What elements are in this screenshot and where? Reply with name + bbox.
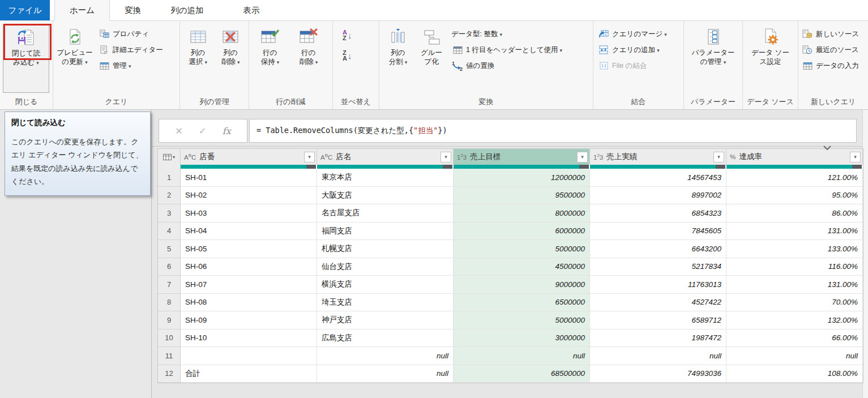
table-cell[interactable]: 5000000 (454, 311, 590, 329)
table-cell[interactable]: 埼玉支店 (317, 294, 454, 312)
row-number[interactable]: 10 (158, 329, 181, 348)
table-cell[interactable]: 4527422 (590, 294, 726, 312)
table-cell[interactable]: null (726, 347, 863, 365)
group-by-button[interactable]: グルー プ化 (415, 24, 448, 66)
table-cell[interactable] (181, 347, 317, 365)
table-cell[interactable]: 131.00% (726, 276, 863, 294)
formula-accept-icon[interactable]: ✓ (199, 126, 206, 136)
table-cell[interactable]: 133.00% (726, 240, 863, 258)
table-cell[interactable]: SH-03 (181, 204, 317, 222)
table-cell[interactable]: 広島支店 (317, 329, 454, 348)
table-cell[interactable]: 8997002 (590, 187, 726, 205)
column-filter-button[interactable] (850, 152, 861, 162)
row-number[interactable]: 12 (158, 365, 181, 383)
table-cell[interactable]: 70.00% (726, 294, 863, 312)
recent-sources-button[interactable]: 最近のソース (801, 42, 859, 58)
row-number[interactable]: 7 (158, 276, 181, 294)
data-source-settings-button[interactable]: データ ソー ス設定 (745, 24, 796, 66)
advanced-editor-button[interactable]: 詳細エディター (98, 42, 163, 58)
row-number[interactable]: 11 (158, 347, 181, 365)
table-cell[interactable]: 6500000 (454, 294, 590, 312)
table-cell[interactable]: 11763013 (590, 276, 726, 294)
table-cell[interactable]: 14567453 (590, 169, 726, 187)
table-cell[interactable]: 仙台支店 (317, 258, 454, 276)
table-cell[interactable]: 札幌支店 (317, 240, 454, 258)
table-cell[interactable]: 12000000 (454, 169, 590, 187)
table-select-all-button[interactable]: ▾ (158, 149, 181, 165)
row-number[interactable]: 8 (158, 294, 181, 312)
manage-parameters-button[interactable]: パラメーター の管理 (686, 24, 741, 67)
table-cell[interactable]: SH-10 (181, 329, 317, 348)
table-cell[interactable]: 4500000 (454, 258, 590, 276)
table-cell[interactable]: 6854323 (590, 204, 726, 222)
table-cell[interactable]: 108.00% (726, 365, 863, 383)
table-cell[interactable]: 神戸支店 (317, 311, 454, 329)
table-cell[interactable]: 74993036 (590, 365, 726, 383)
table-cell[interactable]: 名古屋支店 (317, 204, 454, 222)
sort-ascending-button[interactable]: A Z ↓ (343, 25, 352, 45)
formula-cancel-icon[interactable]: ✕ (175, 126, 182, 136)
row-number[interactable]: 4 (158, 222, 181, 241)
column-header-3[interactable]: 123売上目標 (454, 149, 590, 165)
table-cell[interactable]: 横浜支店 (317, 276, 454, 294)
table-cell[interactable]: 6589712 (590, 311, 726, 329)
table-cell[interactable]: 121.00% (726, 169, 863, 187)
table-cell[interactable]: SH-06 (181, 258, 317, 276)
table-cell[interactable]: 福岡支店 (317, 222, 454, 241)
table-cell[interactable]: 6000000 (454, 222, 590, 241)
table-cell[interactable]: 95.00% (726, 187, 863, 205)
close-and-load-button[interactable]: 閉じて読 み込む (3, 24, 49, 93)
remove-rows-button[interactable]: 行の 削除 (289, 24, 328, 67)
row-number[interactable]: 6 (158, 258, 181, 276)
row-number[interactable]: 1 (158, 169, 181, 187)
new-source-button[interactable]: 新しいソース (801, 26, 859, 42)
table-cell[interactable]: 9500000 (454, 187, 590, 205)
table-cell[interactable]: SH-07 (181, 276, 317, 294)
column-header-2[interactable]: ABC店名 (317, 149, 454, 165)
column-filter-button[interactable] (441, 152, 451, 162)
tab-add-column[interactable]: 列の追加 (156, 0, 218, 20)
manage-button[interactable]: 管理 (98, 58, 163, 74)
table-cell[interactable]: 66.00% (726, 329, 863, 348)
table-cell[interactable]: 3000000 (454, 329, 590, 348)
table-cell[interactable]: 東京本店 (317, 169, 454, 187)
column-filter-button[interactable] (713, 152, 724, 162)
properties-button[interactable]: プロパティ (98, 26, 163, 42)
tab-home[interactable]: ホーム (54, 0, 110, 21)
refresh-preview-button[interactable]: プレビュー の更新 (55, 24, 95, 67)
row-number[interactable]: 2 (158, 187, 181, 205)
remove-columns-button[interactable]: 列の 削除 (215, 24, 247, 67)
table-cell[interactable]: 9000000 (454, 276, 590, 294)
row-number[interactable]: 5 (158, 240, 181, 258)
tab-transform[interactable]: 変換 (110, 0, 156, 20)
table-cell[interactable]: 5217834 (590, 258, 726, 276)
table-cell[interactable]: SH-04 (181, 222, 317, 241)
table-cell[interactable]: 8000000 (454, 204, 590, 222)
table-cell[interactable]: null (317, 365, 454, 383)
table-cell[interactable]: SH-05 (181, 240, 317, 258)
row-number[interactable]: 9 (158, 311, 181, 329)
table-cell[interactable]: 6643200 (590, 240, 726, 258)
table-cell[interactable]: 大阪支店 (317, 187, 454, 205)
table-cell[interactable]: 7845605 (590, 222, 726, 241)
table-cell[interactable]: SH-09 (181, 311, 317, 329)
append-queries-button[interactable]: クエリの追加 (597, 42, 667, 58)
fx-icon[interactable]: fx (223, 126, 231, 136)
formula-input[interactable]: = Table.RemoveColumns(変更された型,{"担当"}) (249, 119, 857, 143)
merge-queries-button[interactable]: クエリのマージ (597, 26, 667, 42)
column-header-4[interactable]: 123売上実績 (590, 149, 726, 165)
use-first-row-as-headers-button[interactable]: 1 行目をヘッダーとして使用 (451, 42, 562, 58)
table-cell[interactable]: 5000000 (454, 240, 590, 258)
table-cell[interactable]: 132.00% (726, 311, 863, 329)
tab-view[interactable]: 表示 (229, 0, 275, 20)
sort-descending-button[interactable]: Z A ↓ (343, 46, 352, 65)
data-type-button[interactable]: データ型: 整数 (451, 26, 562, 42)
column-filter-button[interactable] (577, 152, 588, 162)
table-cell[interactable]: SH-01 (181, 169, 317, 187)
enter-data-button[interactable]: データの入力 (801, 58, 859, 74)
table-cell[interactable]: 116.00% (726, 258, 863, 276)
table-cell[interactable]: 合計 (181, 365, 317, 383)
tab-file[interactable]: ファイル (0, 0, 50, 20)
table-cell[interactable]: null (590, 347, 726, 365)
table-cell[interactable]: 86.00% (726, 204, 863, 222)
